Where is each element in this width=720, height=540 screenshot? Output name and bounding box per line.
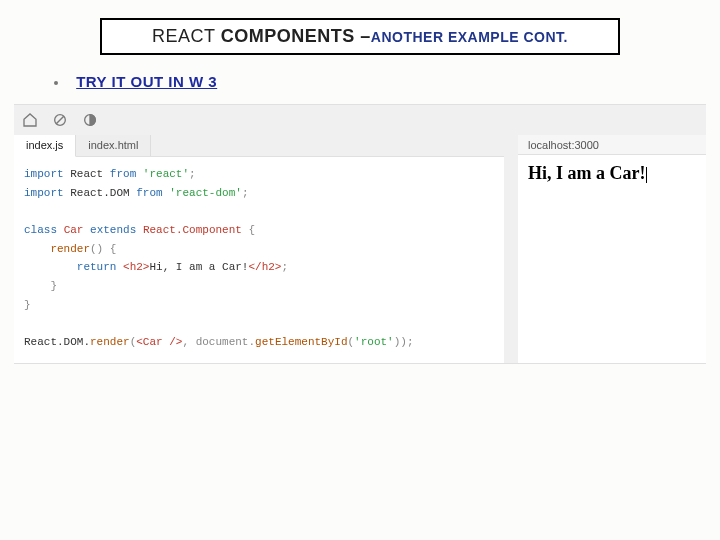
file-tab-index-html[interactable]: index.html	[76, 135, 151, 156]
block-icon[interactable]	[52, 112, 68, 128]
bullet-row: TRY IT OUT IN W 3	[54, 73, 720, 90]
text-cursor-icon	[646, 167, 647, 183]
preview-pane: Hi, I am a Car!	[518, 155, 706, 363]
preview-heading: Hi, I am a Car!	[528, 163, 696, 184]
file-tabs: index.js index.html	[14, 135, 504, 157]
svg-line-1	[56, 116, 64, 124]
slide-title: REACT COMPONENTS –ANOTHER EXAMPLE CONT.	[100, 18, 620, 55]
title-part1: REACT	[152, 26, 221, 46]
bullet-icon	[54, 81, 58, 85]
contrast-icon[interactable]	[82, 112, 98, 128]
try-it-link[interactable]: TRY IT OUT IN W 3	[76, 73, 217, 90]
home-icon[interactable]	[22, 112, 38, 128]
code-pane[interactable]: import React from 'react'; import React.…	[14, 157, 504, 363]
editor-split: index.js index.html import React from 'r…	[14, 135, 706, 363]
editor-left-pane: index.js index.html import React from 'r…	[14, 135, 518, 363]
address-label: localhost:3000	[518, 135, 706, 155]
editor-shell: index.js index.html import React from 'r…	[14, 104, 706, 364]
editor-right-pane: localhost:3000 Hi, I am a Car!	[518, 135, 706, 363]
title-part2: COMPONENTS –	[221, 26, 371, 46]
file-tab-index-js[interactable]: index.js	[14, 135, 76, 157]
editor-toolbar	[14, 105, 706, 135]
title-part3: ANOTHER EXAMPLE CONT.	[371, 29, 568, 45]
